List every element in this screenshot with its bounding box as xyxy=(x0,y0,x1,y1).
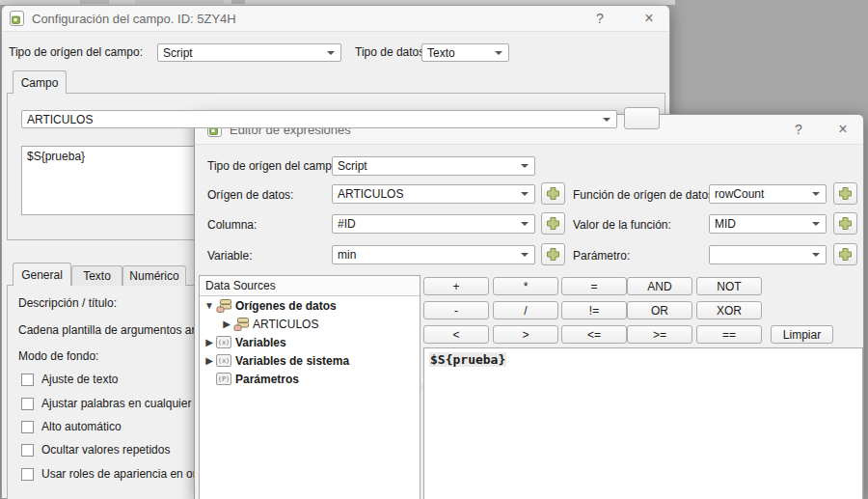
tree-item-variables-de-sistema[interactable]: ▶ (x) Variables de sistema xyxy=(200,351,420,370)
tab-numerico[interactable]: Numérico xyxy=(122,265,186,286)
op-equals-button[interactable]: = xyxy=(561,277,627,295)
plus-icon xyxy=(838,186,853,201)
use-appearance-roles-checkbox[interactable] xyxy=(21,468,34,481)
checkbox-row: Ajustar palabras en cualquier pu xyxy=(21,397,207,410)
tree-item-label: ARTICULOS xyxy=(253,318,318,331)
variable-label: Variable: xyxy=(207,249,252,263)
checkbox-label: Ajustar palabras en cualquier pu xyxy=(41,397,207,410)
add-parameter-button[interactable] xyxy=(833,243,857,265)
datasource-function-value: rowCount xyxy=(715,187,764,201)
datasource-function-select[interactable]: rowCount xyxy=(709,184,827,204)
field-source-type-label: Tipo de orígen del campo: xyxy=(207,159,341,173)
op-greater-equal-button[interactable]: >= xyxy=(627,325,692,344)
tab-label: Campo xyxy=(21,76,59,90)
expander-closed-icon[interactable]: ▶ xyxy=(203,337,216,347)
close-button[interactable]: × xyxy=(835,115,851,144)
op-multiply-button[interactable]: * xyxy=(493,277,558,295)
expression-text: $S{prueba} xyxy=(429,352,506,367)
field-source-type-value: Script xyxy=(163,46,193,60)
op-double-equals-button[interactable]: == xyxy=(696,325,762,344)
datasource-function-label: Función de orígen de datos: xyxy=(573,188,717,202)
checkbox-label: Alto automático xyxy=(41,420,122,433)
background-window-tab xyxy=(231,0,245,4)
datasource-select[interactable]: ARTICULOS xyxy=(332,184,535,204)
expression-textarea[interactable]: $S{prueba} xyxy=(423,347,863,499)
data-type-select[interactable]: Texto xyxy=(421,43,509,62)
variable-select[interactable]: min xyxy=(332,245,535,264)
op-not-button[interactable]: NOT xyxy=(696,277,762,295)
function-value-label: Valor de la función: xyxy=(573,218,671,232)
help-button[interactable]: ? xyxy=(791,115,806,144)
background-window-tab xyxy=(135,0,224,4)
tree-item-label: Parámetros xyxy=(235,373,299,386)
expander-closed-icon[interactable]: ▶ xyxy=(220,319,233,329)
field-source-type-select[interactable]: Script xyxy=(157,43,341,62)
function-value-value: MID xyxy=(715,217,736,231)
expander-open-icon[interactable]: ▼ xyxy=(203,300,216,311)
op-divide-button[interactable]: / xyxy=(493,301,558,319)
add-function-value-button[interactable] xyxy=(833,212,857,235)
tab-label: Texto xyxy=(83,269,111,283)
field-source-type-select[interactable]: Script xyxy=(332,156,535,176)
data-type-label: Tipo de datos: xyxy=(355,45,428,59)
datasource-edit-button[interactable] xyxy=(624,107,660,129)
background-mode-label: Modo de fondo: xyxy=(18,349,98,363)
close-button[interactable]: × xyxy=(641,6,657,31)
tree-item-label: Variables de sistema xyxy=(235,354,349,368)
checkbox-label: Usar roles de apariencia en oríge xyxy=(41,467,212,481)
hide-repeated-values-checkbox[interactable] xyxy=(21,444,34,457)
field-source-type-value: Script xyxy=(338,159,367,173)
tree-item-variables[interactable]: ▶ (x) Variables xyxy=(200,333,420,351)
tab-campo[interactable]: Campo xyxy=(13,70,67,94)
word-wrap-anywhere-checkbox[interactable] xyxy=(21,398,34,410)
field-source-type-label: Tipo de orígen del campo: xyxy=(9,45,143,59)
op-minus-button[interactable]: - xyxy=(423,301,489,319)
chevron-down-icon xyxy=(603,118,610,122)
text-wrap-checkbox[interactable] xyxy=(21,374,34,386)
checkbox-row: Alto automático xyxy=(21,420,122,433)
op-less-equal-button[interactable]: <= xyxy=(561,325,627,344)
tab-general[interactable]: General xyxy=(13,263,71,286)
chevron-down-icon xyxy=(521,222,529,226)
column-select[interactable]: #ID xyxy=(332,214,535,234)
add-datasource-function-button[interactable] xyxy=(833,182,857,205)
op-greater-than-button[interactable]: > xyxy=(493,325,558,344)
op-less-than-button[interactable]: < xyxy=(423,325,489,344)
variable-value: min xyxy=(338,248,356,262)
chevron-down-icon xyxy=(812,192,820,196)
op-or-button[interactable]: OR xyxy=(627,301,692,319)
chevron-down-icon xyxy=(521,253,529,257)
title-bar[interactable]: Configuración del campo. ID: 5ZY4H ? × xyxy=(2,6,669,32)
tree-item-origenes-de-datos[interactable]: ▼ Orígenes de datos xyxy=(200,296,420,315)
data-type-value: Texto xyxy=(427,46,455,60)
clear-button[interactable]: Limpiar xyxy=(771,325,833,344)
data-sources-tree: Data Sources ▼ Orígenes de datos ▶ ARTIC… xyxy=(199,275,420,499)
chevron-down-icon xyxy=(812,222,820,226)
op-xor-button[interactable]: XOR xyxy=(696,301,762,319)
op-plus-button[interactable]: + xyxy=(423,277,489,295)
datasource-select[interactable]: ARTICULOS xyxy=(21,110,617,128)
auto-height-checkbox[interactable] xyxy=(21,421,34,433)
datasource-label: Orígen de datos: xyxy=(207,188,293,202)
checkbox-row: Ocultar valores repetidos xyxy=(21,443,170,457)
dialog-title: Configuración del campo. ID: 5ZY4H xyxy=(32,12,236,26)
add-datasource-button[interactable] xyxy=(541,182,565,205)
help-button[interactable]: ? xyxy=(592,6,608,31)
chevron-down-icon xyxy=(521,164,529,168)
tree-item-parametros[interactable]: (P) Parámetros xyxy=(200,370,420,388)
checkbox-label: Ajuste de texto xyxy=(41,373,118,386)
column-label: Columna: xyxy=(207,218,257,232)
tab-texto[interactable]: Texto xyxy=(71,265,122,286)
tree-item-label: Orígenes de datos xyxy=(235,299,337,313)
parameter-select[interactable] xyxy=(709,245,827,264)
tree-item-articulos[interactable]: ▶ ARTICULOS xyxy=(200,315,420,333)
description-label: Descripción / título: xyxy=(18,296,117,310)
add-variable-button[interactable] xyxy=(541,243,565,265)
op-not-equals-button[interactable]: != xyxy=(561,301,627,319)
add-column-button[interactable] xyxy=(541,212,565,235)
op-and-button[interactable]: AND xyxy=(627,277,692,295)
field-expression-text: $S{prueba} xyxy=(27,150,85,163)
function-value-select[interactable]: MID xyxy=(709,214,827,234)
plus-icon xyxy=(546,186,560,201)
expander-closed-icon[interactable]: ▶ xyxy=(203,355,216,366)
